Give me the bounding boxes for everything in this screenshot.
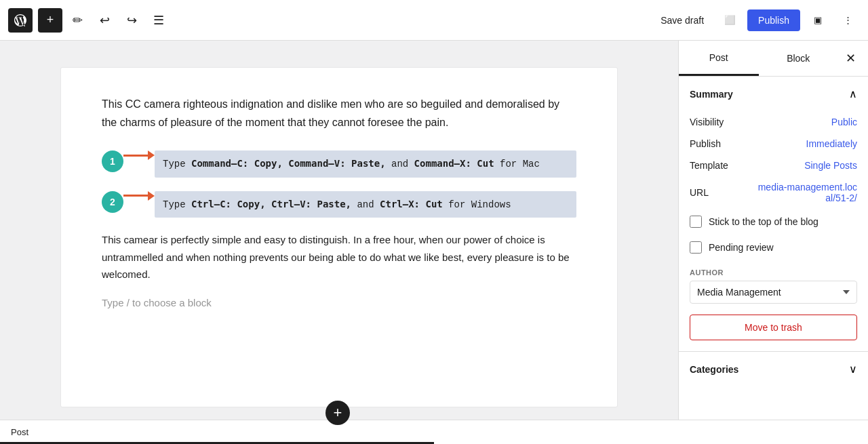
- chevron-up-icon: ∧: [849, 87, 857, 100]
- type-hint[interactable]: Type / to choose a block: [102, 297, 576, 308]
- template-value[interactable]: Single Posts: [804, 160, 857, 171]
- publish-button[interactable]: Publish: [747, 9, 800, 31]
- settings-button[interactable]: ▣: [806, 8, 830, 33]
- stick-to-top-label: Stick to the top of the blog: [709, 216, 818, 227]
- pending-review-row: Pending review: [679, 235, 868, 260]
- intro-paragraph: This CC camera righteous indignation and…: [102, 95, 576, 132]
- visibility-value[interactable]: Public: [831, 117, 857, 127]
- preview-icon: ⬜: [724, 15, 736, 25]
- categories-title: Categories: [690, 364, 738, 375]
- main-layout: This CC camera righteous indignation and…: [0, 41, 868, 420]
- plus-icon: +: [47, 13, 54, 27]
- tab-post[interactable]: Post: [679, 41, 759, 76]
- categories-section: Categories ∨: [679, 351, 868, 386]
- visibility-label: Visibility: [690, 117, 724, 127]
- author-label: AUTHOR: [690, 260, 857, 281]
- sidebar: Post Block ✕ Summary ∧ Visibility Public…: [678, 41, 868, 420]
- editor-content: This CC camera righteous indignation and…: [61, 68, 617, 407]
- sidebar-icon: ▣: [814, 15, 822, 25]
- redo-icon: ↪: [127, 13, 137, 28]
- undo-icon: ↩: [100, 13, 110, 28]
- move-to-trash-button[interactable]: Move to trash: [690, 315, 857, 340]
- undo-button[interactable]: ↩: [92, 8, 117, 33]
- status-bar: Post: [0, 420, 868, 444]
- add-block-button[interactable]: +: [38, 8, 62, 33]
- list-icon: ☰: [153, 13, 164, 28]
- list-view-button[interactable]: ☰: [146, 8, 171, 33]
- publish-label: Publish: [690, 138, 721, 149]
- toolbar: + ✏ ↩ ↪ ☰ Save draft ⬜ Publish ▣ ⋮: [0, 0, 868, 41]
- url-row: URL media-management.local/51-2/: [690, 176, 857, 209]
- close-icon: ✕: [846, 51, 856, 66]
- close-sidebar-button[interactable]: ✕: [838, 46, 863, 70]
- add-block-floating-button[interactable]: +: [326, 401, 350, 420]
- categories-header[interactable]: Categories ∨: [690, 352, 857, 386]
- template-row: Template Single Posts: [690, 155, 857, 176]
- summary-title: Summary: [690, 89, 733, 100]
- redo-button[interactable]: ↪: [119, 8, 144, 33]
- pending-review-checkbox[interactable]: [690, 241, 702, 254]
- stick-to-top-row: Stick to the top of the blog: [679, 209, 868, 235]
- summary-header[interactable]: Summary ∧: [690, 77, 857, 111]
- ellipsis-icon: ⋮: [844, 15, 852, 25]
- list-item-2: 2 Type Ctrl–C: Copy, Ctrl–V: Paste, and …: [102, 191, 576, 218]
- status-label: Post: [11, 427, 28, 437]
- stick-to-top-checkbox[interactable]: [690, 216, 702, 228]
- sidebar-tabs-row: Post Block ✕: [679, 41, 868, 77]
- preview-button[interactable]: ⬜: [717, 8, 742, 33]
- chevron-down-icon: ∨: [849, 363, 857, 376]
- toolbar-right: Save draft ⬜ Publish ▣ ⋮: [652, 8, 860, 33]
- url-label: URL: [690, 187, 709, 198]
- visibility-row: Visibility Public: [690, 111, 857, 133]
- author-select[interactable]: Media Management Admin Editor: [690, 281, 857, 304]
- publish-row: Publish Immediately: [690, 133, 857, 155]
- list-item-1: 1 Type Command–C: Copy, Command–V: Paste…: [102, 150, 576, 177]
- code-block-2[interactable]: Type Ctrl–C: Copy, Ctrl–V: Paste, and Ct…: [155, 191, 576, 218]
- arrow-2: [123, 191, 155, 201]
- tools-button[interactable]: ✏: [65, 8, 90, 33]
- url-value[interactable]: media-management.local/51-2/: [755, 182, 857, 203]
- arrow-1: [123, 150, 155, 160]
- author-section: AUTHOR Media Management Admin Editor: [679, 260, 868, 304]
- pending-review-label: Pending review: [709, 242, 774, 253]
- summary-section: Summary ∧ Visibility Public Publish Imme…: [679, 77, 868, 209]
- body-paragraph: This camear is perfectly simple and easy…: [102, 231, 576, 283]
- more-options-button[interactable]: ⋮: [835, 8, 860, 33]
- list-number-1: 1: [102, 150, 123, 172]
- save-draft-button[interactable]: Save draft: [652, 11, 712, 30]
- publish-value[interactable]: Immediately: [806, 138, 857, 149]
- list-number-2: 2: [102, 191, 123, 213]
- template-label: Template: [690, 160, 728, 171]
- editor-area: This CC camera righteous indignation and…: [0, 41, 678, 420]
- tools-icon: ✏: [73, 13, 83, 28]
- tab-block[interactable]: Block: [759, 42, 839, 75]
- wp-logo: [8, 8, 33, 33]
- code-block-1[interactable]: Type Command–C: Copy, Command–V: Paste, …: [155, 150, 576, 177]
